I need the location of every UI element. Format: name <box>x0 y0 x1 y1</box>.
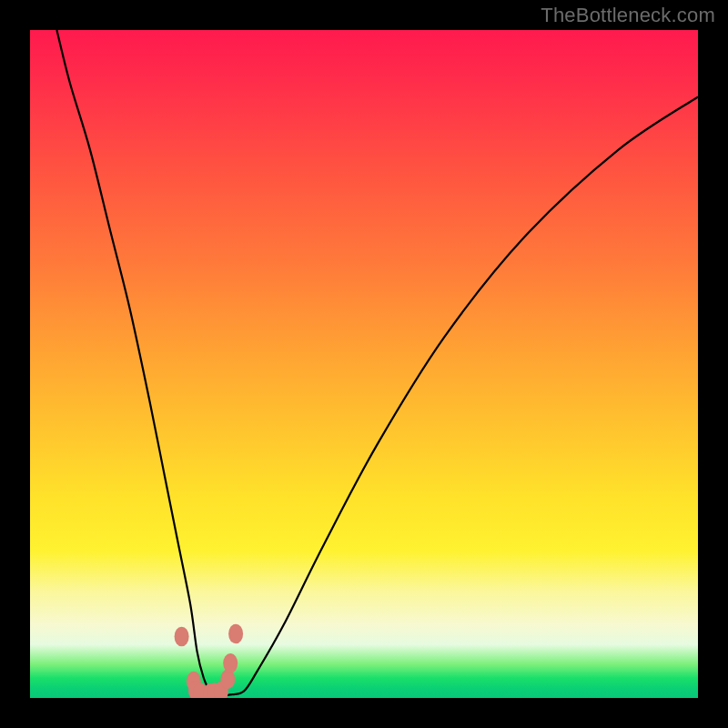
bottleneck-curve <box>56 30 698 695</box>
curve-marker <box>223 653 238 673</box>
chart-frame: TheBottleneck.com <box>0 0 728 728</box>
plot-area <box>30 30 698 698</box>
curve-layer <box>30 30 698 698</box>
curve-marker <box>228 624 243 644</box>
watermark-text: TheBottleneck.com <box>541 4 715 27</box>
marker-group <box>175 624 244 698</box>
curve-marker <box>175 627 189 647</box>
